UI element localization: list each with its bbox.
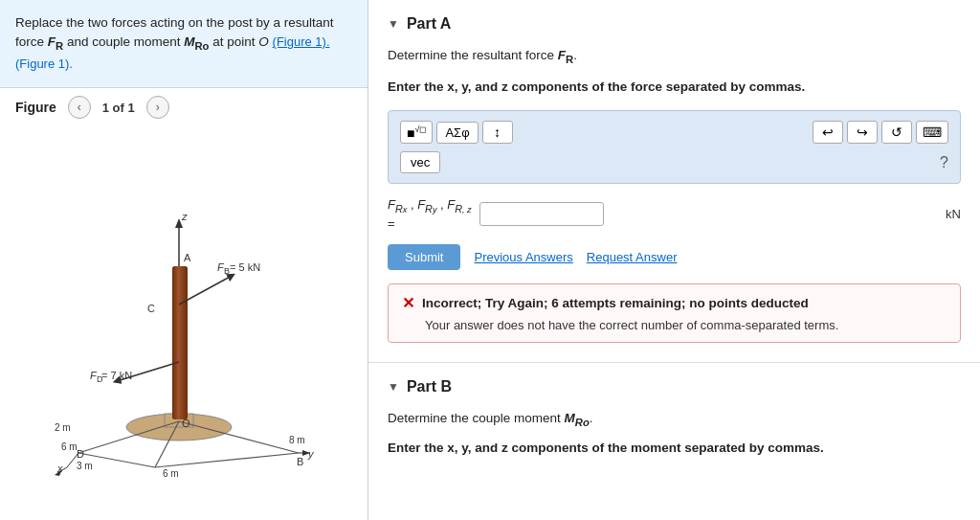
- toolbar-refresh-btn[interactable]: ↺: [881, 121, 912, 144]
- error-title: Incorrect; Try Again; 6 attempts remaini…: [422, 296, 809, 310]
- svg-text:= 7 kN: = 7 kN: [101, 370, 132, 381]
- request-answer-button[interactable]: Request Answer: [587, 250, 678, 264]
- svg-line-21: [155, 453, 299, 467]
- svg-text:A: A: [184, 252, 191, 263]
- problem-statement: Replace the two forces acting on the pos…: [0, 0, 368, 88]
- toolbar-symbols-btn[interactable]: ΑΣφ: [436, 122, 478, 144]
- next-figure-btn[interactable]: ›: [146, 96, 169, 119]
- svg-text:2 m: 2 m: [55, 422, 71, 433]
- figure-area: Figure ‹ 1 of 1 ›: [0, 88, 368, 520]
- part-a-section: ▼ Part A Determine the resultant force F…: [368, 0, 980, 363]
- part-a-header[interactable]: ▼ Part A: [388, 15, 961, 33]
- svg-text:O: O: [182, 418, 190, 429]
- figure-label: Figure: [15, 100, 56, 115]
- toolbar-row2: vec ?: [400, 151, 948, 173]
- error-box: ✕ Incorrect; Try Again; 6 attempts remai…: [388, 283, 961, 343]
- svg-text:C: C: [147, 303, 155, 314]
- part-b-description: Determine the couple moment MRo.: [388, 409, 961, 431]
- toolbar-undo-btn[interactable]: ↩: [813, 121, 843, 144]
- svg-text:z: z: [181, 211, 188, 222]
- point-O-label: O: [258, 34, 269, 49]
- diagram-svg: z A C F B = 5 kN F D = 7 kN: [31, 170, 337, 477]
- figure-image: z A C F B = 5 kN F D = 7 kN: [0, 126, 368, 520]
- error-icon: ✕: [402, 294, 414, 312]
- action-row: Submit Previous Answers Request Answer: [388, 244, 961, 270]
- toolbar-help-icon[interactable]: ?: [940, 154, 948, 171]
- svg-text:y: y: [307, 448, 315, 460]
- answer-label-equals: =: [388, 216, 472, 231]
- figure-link-text[interactable]: (Figure 1).: [15, 57, 73, 71]
- figure-link[interactable]: (Figure 1).: [273, 34, 330, 49]
- answer-input[interactable]: [479, 202, 604, 226]
- svg-text:3 m: 3 m: [77, 461, 93, 471]
- toolbar-vec-btn[interactable]: vec: [400, 151, 440, 173]
- figure-header: Figure ‹ 1 of 1 ›: [0, 88, 368, 126]
- svg-rect-3: [172, 266, 188, 419]
- previous-answers-button[interactable]: Previous Answers: [474, 250, 572, 264]
- error-body: Your answer does not have the correct nu…: [402, 318, 947, 332]
- right-panel: ▼ Part A Determine the resultant force F…: [368, 0, 980, 520]
- toolbar-matrix-btn[interactable]: ■√◻: [400, 121, 433, 145]
- part-a-label: Part A: [407, 15, 452, 33]
- toolbar-keyboard-btn[interactable]: ⌨: [916, 121, 948, 144]
- part-a-collapse-arrow: ▼: [388, 17, 399, 31]
- answer-row: FRx , FRy , FR, z = kN: [388, 197, 961, 231]
- submit-button[interactable]: Submit: [388, 244, 460, 270]
- svg-text:8 m: 8 m: [289, 435, 305, 445]
- answer-unit: kN: [946, 207, 961, 221]
- toolbar-row1: ■√◻ ΑΣφ ↕ ↩ ↪ ↺ ⌨: [400, 121, 948, 145]
- part-b-label: Part B: [407, 378, 452, 396]
- problem-text-2: and couple moment: [63, 34, 184, 49]
- problem-text-3: at point: [209, 34, 258, 49]
- left-panel: Replace the two forces acting on the pos…: [0, 0, 368, 520]
- force-FR-label: F: [48, 34, 56, 49]
- moment-MRo-label: M: [184, 34, 194, 49]
- moment-MRo-sub: Ro: [194, 40, 209, 52]
- answer-labels: FRx , FRy , FR, z =: [388, 197, 472, 231]
- toolbar-arrows-btn[interactable]: ↕: [482, 121, 513, 144]
- error-header: ✕ Incorrect; Try Again; 6 attempts remai…: [402, 294, 947, 312]
- part-b-section: ▼ Part B Determine the couple moment MRo…: [368, 363, 980, 473]
- force-FR-sub: R: [56, 40, 63, 52]
- svg-text:6 m: 6 m: [61, 441, 78, 452]
- svg-text:D: D: [77, 448, 84, 460]
- math-toolbar: ■√◻ ΑΣφ ↕ ↩ ↪ ↺ ⌨ vec ?: [388, 110, 961, 185]
- page-indicator: 1 of 1: [102, 101, 135, 115]
- part-b-instruction: Enter the x, y, and z components of the …: [388, 439, 961, 458]
- answer-label-top: FRx , FRy , FR, z: [388, 197, 472, 215]
- svg-text:= 5 kN: = 5 kN: [230, 261, 260, 273]
- svg-text:6 m: 6 m: [163, 468, 179, 477]
- part-b-header[interactable]: ▼ Part B: [388, 378, 961, 396]
- part-a-description: Determine the resultant force FR.: [388, 46, 961, 68]
- toolbar-redo-btn[interactable]: ↪: [847, 121, 878, 144]
- part-b-collapse-arrow: ▼: [388, 380, 399, 394]
- part-a-instruction: Enter the x, y, and z components of the …: [388, 78, 961, 97]
- prev-figure-btn[interactable]: ‹: [68, 96, 91, 119]
- svg-text:B: B: [297, 456, 303, 467]
